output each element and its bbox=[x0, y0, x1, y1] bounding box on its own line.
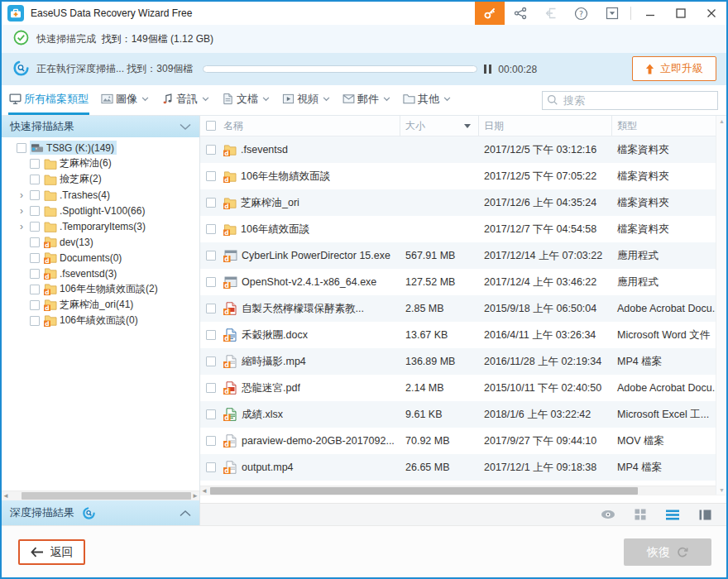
expander-icon[interactable]: › bbox=[18, 206, 30, 216]
scrollbar-thumb[interactable] bbox=[22, 492, 191, 500]
list-view-button-active[interactable] bbox=[663, 506, 682, 523]
table-header: 名稱 大小 日期 類型 bbox=[200, 116, 726, 136]
checkbox[interactable] bbox=[206, 356, 216, 366]
table-row[interactable]: d.fseventsd2017/12/5 下午 03:12:16檔案資料夾 bbox=[200, 136, 726, 163]
checkbox[interactable] bbox=[206, 224, 216, 234]
tree-item[interactable]: d106年生物績效面談(2) bbox=[2, 281, 199, 297]
column-header-name[interactable]: 名稱 bbox=[200, 116, 400, 136]
deep-scan-results-header[interactable]: 深度掃描結果 bbox=[2, 500, 199, 525]
table-row[interactable]: d芝麻榨油_ori2017/12/6 上午 04:35:24檔案資料夾 bbox=[200, 189, 726, 216]
checkbox[interactable] bbox=[206, 383, 216, 393]
tree-item[interactable]: d106年績效面談(0) bbox=[2, 313, 199, 328]
scroll-down-arrow-icon[interactable]: ▼ bbox=[716, 485, 727, 495]
tree-item[interactable]: d芝麻榨油_ori(41) bbox=[2, 297, 199, 313]
checkbox[interactable] bbox=[30, 253, 40, 263]
pause-scan-button[interactable] bbox=[484, 65, 491, 74]
checkbox[interactable] bbox=[30, 269, 40, 279]
checkbox[interactable] bbox=[30, 300, 40, 310]
tab-label: 文檔 bbox=[237, 92, 258, 107]
scroll-up-arrow-icon[interactable]: ▲ bbox=[716, 116, 727, 126]
checkbox[interactable] bbox=[30, 206, 40, 216]
upgrade-now-button[interactable]: 立即升級 bbox=[632, 56, 716, 81]
table-row[interactable]: d恐龍迷宮.pdf2.14 MB2015/10/11 下午 02:40:50Ad… bbox=[200, 375, 726, 401]
expander-icon[interactable]: › bbox=[18, 222, 30, 232]
minimize-button[interactable] bbox=[635, 2, 665, 25]
tree-item-label: 106年績效面談(0) bbox=[60, 313, 138, 328]
tab-other[interactable]: 其他 bbox=[402, 85, 452, 115]
scroll-left-arrow-icon[interactable]: ◄ bbox=[200, 486, 208, 495]
checkbox[interactable] bbox=[206, 145, 216, 155]
table-vertical-scrollbar[interactable]: ▲ ▼ bbox=[716, 116, 726, 495]
table-row[interactable]: d禾穀揪團.docx13.67 KB2016/4/11 上午 03:26:34M… bbox=[200, 322, 726, 348]
tree-item[interactable]: ›.TemporaryItems(3) bbox=[2, 218, 199, 234]
checkbox[interactable] bbox=[30, 316, 40, 326]
preview-eye-button[interactable] bbox=[598, 506, 618, 523]
checkbox[interactable] bbox=[30, 159, 40, 169]
tab-mail[interactable]: 郵件 bbox=[342, 85, 391, 115]
column-header-date[interactable]: 日期 bbox=[479, 116, 612, 136]
file-name: CyberLink PowerDirector 15.exe bbox=[242, 250, 390, 261]
checkbox[interactable] bbox=[206, 198, 216, 208]
close-button[interactable] bbox=[696, 2, 726, 25]
tree-item[interactable]: ›.Spotlight-V100(66) bbox=[2, 203, 199, 218]
table-row[interactable]: d106年績效面談2017/12/7 下午 04:54:58檔案資料夾 bbox=[200, 216, 726, 242]
expander-icon[interactable]: › bbox=[18, 190, 30, 200]
tree-item[interactable]: 撿芝麻(2) bbox=[2, 171, 199, 187]
tab-audio[interactable]: 音訊 bbox=[160, 85, 210, 115]
back-button[interactable]: 返回 bbox=[18, 539, 85, 565]
checkbox[interactable] bbox=[30, 222, 40, 232]
more-menu-button[interactable] bbox=[596, 2, 627, 25]
tab-video[interactable]: 視頻 bbox=[281, 85, 331, 115]
tree-item[interactable]: d.fseventsd(3) bbox=[2, 266, 199, 281]
tab-all-file-types[interactable]: 所有檔案類型 bbox=[8, 85, 89, 115]
scroll-left-arrow-icon[interactable]: ◄ bbox=[2, 491, 10, 500]
checkbox[interactable] bbox=[206, 251, 216, 261]
sidebar-horizontal-scrollbar[interactable]: ◄ ► bbox=[2, 490, 199, 500]
help-button[interactable]: ? bbox=[566, 2, 596, 25]
share-button[interactable] bbox=[505, 2, 535, 25]
checkbox[interactable] bbox=[206, 171, 216, 181]
column-header-type[interactable]: 類型 bbox=[612, 116, 726, 136]
checkbox[interactable] bbox=[30, 285, 40, 294]
table-row[interactable]: dCyberLink PowerDirector 15.exe567.91 MB… bbox=[200, 242, 726, 269]
checkbox[interactable] bbox=[206, 409, 216, 419]
checkbox[interactable] bbox=[206, 436, 216, 446]
checkbox[interactable] bbox=[30, 237, 40, 247]
tree-item[interactable]: 芝麻榨油(6) bbox=[2, 156, 199, 171]
tab-images[interactable]: 圖像 bbox=[100, 85, 150, 115]
quick-scan-results-header[interactable]: 快速掃描結果 bbox=[2, 116, 199, 137]
checkbox[interactable] bbox=[30, 175, 40, 184]
column-label-type: 類型 bbox=[617, 119, 637, 133]
scroll-right-arrow-icon[interactable]: ► bbox=[191, 491, 199, 500]
tree-item[interactable]: dDocuments(0) bbox=[2, 250, 199, 266]
maximize-button[interactable] bbox=[665, 2, 696, 25]
select-all-checkbox[interactable] bbox=[206, 121, 216, 131]
tree-item-label: TS8G (K:)(149) bbox=[46, 142, 114, 154]
tree-item[interactable]: TS8G (K:)(149) bbox=[2, 140, 199, 156]
chevron-icon bbox=[323, 97, 330, 102]
tree-item[interactable]: ddev(13) bbox=[2, 234, 199, 250]
scrollbar-thumb[interactable] bbox=[210, 487, 638, 495]
table-horizontal-scrollbar[interactable]: ◄ ► bbox=[200, 486, 726, 495]
activate-key-button[interactable] bbox=[475, 2, 505, 25]
table-row[interactable]: doutput.mp426.65 MB2017/12/1 上午 09:18:38… bbox=[200, 454, 726, 481]
recover-button-disabled[interactable]: 恢復 bbox=[624, 538, 711, 566]
table-row[interactable]: d成績.xlsx9.61 KB2018/1/6 上午 03:22:42Micro… bbox=[200, 401, 726, 428]
detail-view-button[interactable] bbox=[695, 506, 715, 523]
tab-documents[interactable]: 文檔 bbox=[221, 85, 271, 115]
checkbox[interactable] bbox=[206, 277, 216, 287]
checkbox[interactable] bbox=[17, 143, 26, 153]
tree-item[interactable]: ›.Trashes(4) bbox=[2, 187, 199, 203]
table-row[interactable]: d自製天然檸檬環保酵素教...2.85 MB2015/9/18 上午 06:50… bbox=[200, 295, 726, 322]
checkbox[interactable] bbox=[206, 304, 216, 313]
search-input[interactable] bbox=[542, 91, 718, 110]
table-row[interactable]: dparaview-demo-20GB-2017092...70.92 MB20… bbox=[200, 428, 726, 454]
checkbox[interactable] bbox=[206, 330, 216, 340]
table-row[interactable]: d106年生物績效面談2017/12/5 下午 07:05:22檔案資料夾 bbox=[200, 163, 726, 189]
thumbnail-view-button[interactable] bbox=[630, 506, 650, 523]
column-header-size[interactable]: 大小 bbox=[400, 116, 479, 136]
table-row[interactable]: dOpenShot-v2.4.1-x86_64.exe127.52 MB2017… bbox=[200, 269, 726, 295]
table-row[interactable]: d縮時攝影.mp4136.89 MB2016/11/28 上午 02:19:34… bbox=[200, 348, 726, 375]
checkbox[interactable] bbox=[206, 462, 216, 472]
checkbox[interactable] bbox=[30, 190, 40, 200]
